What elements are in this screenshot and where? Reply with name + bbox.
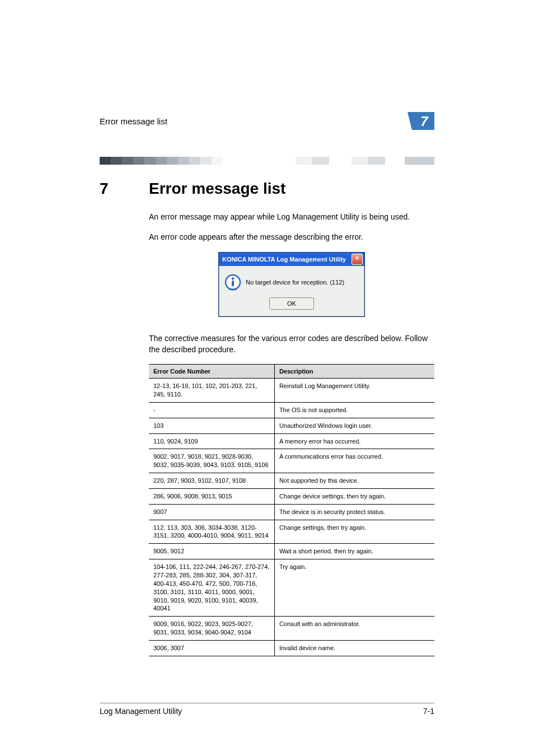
error-code-cell: 9005, 9012 [149, 544, 274, 559]
dialog-titlebar: KONICA MINOLTA Log Management Utility × [219, 253, 364, 266]
divider-bar [100, 157, 434, 166]
svg-rect-2 [111, 157, 122, 165]
svg-rect-16 [405, 157, 434, 165]
table-body: 12-13, 16-18, 101, 102, 201-203, 221, 24… [149, 379, 434, 656]
error-code-cell: 3006, 3007 [149, 640, 274, 656]
error-desc-cell: Change device settings, then try again. [274, 488, 434, 504]
table-row: 110, 9024, 9109A memory error has occurr… [149, 433, 434, 449]
table-row: -The OS is not supported. [149, 402, 434, 418]
error-code-cell: 9007 [149, 504, 274, 520]
running-title: Error message list [100, 116, 167, 126]
table-row: 9005, 9012Wait a short period, then try … [149, 544, 434, 559]
svg-rect-13 [312, 157, 329, 165]
paragraph: The corrective measures for the various … [149, 333, 434, 356]
paragraph: An error code appears after the message … [149, 231, 434, 242]
error-desc-cell: The OS is not supported. [274, 402, 434, 418]
table-row: 9002, 9017, 9018, 9021, 9028-9030, 9032,… [149, 449, 434, 473]
error-desc-cell: The device is in security protect status… [274, 504, 434, 520]
table-row: 12-13, 16-18, 101, 102, 201-203, 221, 24… [149, 379, 434, 403]
chapter-heading: 7Error message list [100, 180, 434, 198]
error-code-cell: 104-106, 111, 222-244, 246-267, 270-274,… [149, 559, 274, 617]
error-desc-cell: A memory error has occurred. [274, 433, 434, 449]
chapter-badge-number: 7 [420, 114, 429, 129]
footer-product: Log Management Utility [100, 707, 182, 716]
info-icon [224, 274, 241, 291]
running-header: Error message list 7 [100, 112, 434, 130]
svg-rect-5 [144, 157, 156, 165]
svg-point-20 [228, 288, 238, 291]
table-header-code: Error Code Number [149, 365, 274, 379]
table-row: 103Unauthorized Windows login user. [149, 418, 434, 433]
svg-rect-9 [189, 157, 200, 165]
svg-rect-15 [368, 157, 385, 165]
error-code-cell: 12-13, 16-18, 101, 102, 201-203, 221, 24… [149, 379, 274, 403]
svg-rect-7 [167, 157, 178, 165]
error-code-cell: 286, 9006, 9008, 9013, 9015 [149, 488, 274, 504]
svg-rect-1 [100, 157, 111, 165]
error-code-cell: 103 [149, 418, 274, 433]
error-desc-cell: Unauthorized Windows login user. [274, 418, 434, 433]
table-row: 9007The device is in security protect st… [149, 504, 434, 520]
error-desc-cell: A communications error has occurred. [274, 449, 434, 473]
error-desc-cell: Invalid device name. [274, 640, 434, 656]
chapter-title: Error message list [149, 180, 285, 197]
table-header-desc: Description [274, 365, 434, 379]
paragraph: An error message may appear while Log Ma… [149, 211, 434, 222]
svg-rect-11 [212, 157, 223, 165]
error-code-cell: 110, 9024, 9109 [149, 433, 274, 449]
close-icon[interactable]: × [352, 254, 363, 265]
ok-button[interactable]: OK [269, 297, 314, 310]
table-row: 104-106, 111, 222-244, 246-267, 270-274,… [149, 559, 434, 617]
error-desc-cell: Try again. [274, 559, 434, 617]
footer-page: 7-1 [423, 707, 434, 716]
table-row: 3006, 3007Invalid device name. [149, 640, 434, 656]
svg-rect-19 [232, 281, 234, 286]
error-desc-cell: Reinstall Log Management Utility. [274, 379, 434, 403]
svg-rect-14 [352, 157, 368, 165]
svg-rect-4 [133, 157, 144, 165]
error-code-cell: 220, 287, 9003, 9102, 9107, 9108 [149, 473, 274, 489]
dialog-message: No target device for reception. (112) [246, 279, 344, 286]
error-code-cell: 9009, 9016, 9022, 9023, 9025-9027, 9031,… [149, 617, 274, 641]
error-desc-cell: Not supported by this device. [274, 473, 434, 489]
error-code-cell: 112, 113, 303, 306, 3034-3038, 3120-3151… [149, 520, 274, 544]
table-row: 286, 9006, 9008, 9013, 9015Change device… [149, 488, 434, 504]
error-desc-cell: Consult with an administrator. [274, 617, 434, 641]
svg-rect-6 [156, 157, 167, 165]
error-code-cell: 9002, 9017, 9018, 9021, 9028-9030, 9032,… [149, 449, 274, 473]
svg-rect-12 [296, 157, 312, 165]
error-desc-cell: Change settings, then try again. [274, 520, 434, 544]
error-dialog: KONICA MINOLTA Log Management Utility × … [218, 252, 365, 317]
svg-point-18 [232, 277, 234, 279]
table-row: 9009, 9016, 9022, 9023, 9025-9027, 9031,… [149, 617, 434, 641]
table-row: 112, 113, 303, 306, 3034-3038, 3120-3151… [149, 520, 434, 544]
error-code-cell: - [149, 402, 274, 418]
error-code-table: Error Code Number Description 12-13, 16-… [149, 364, 434, 656]
chapter-badge: 7 [407, 112, 434, 130]
chapter-number: 7 [100, 180, 149, 198]
svg-rect-8 [178, 157, 189, 165]
dialog-title: KONICA MINOLTA Log Management Utility [222, 256, 346, 263]
error-desc-cell: Wait a short period, then try again. [274, 544, 434, 559]
svg-rect-3 [122, 157, 133, 165]
svg-rect-10 [200, 157, 212, 165]
table-row: 220, 287, 9003, 9102, 9107, 9108Not supp… [149, 473, 434, 489]
